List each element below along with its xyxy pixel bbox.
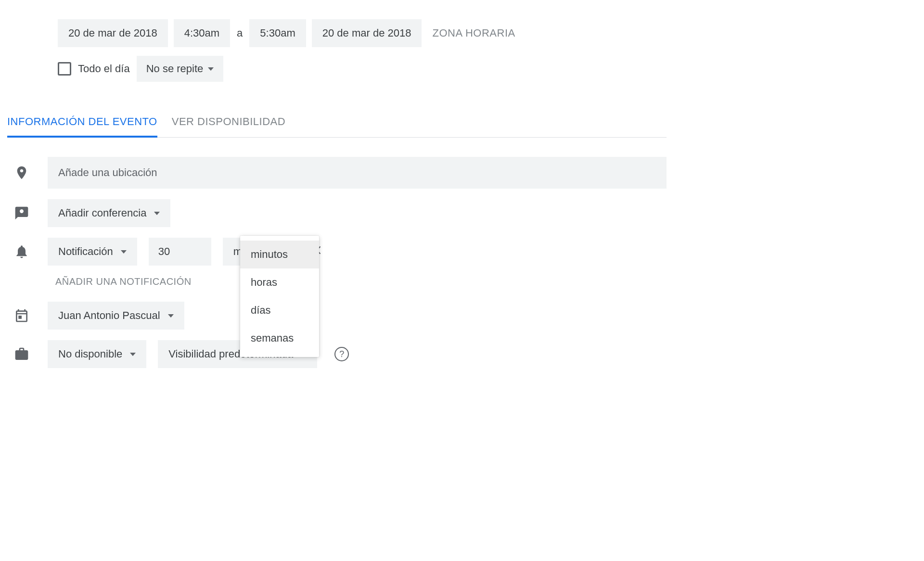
add-conference-dropdown[interactable]: Añadir conferencia [48,199,170,227]
tab-event-info[interactable]: INFORMACIÓN DEL EVENTO [7,115,157,138]
tabs: INFORMACIÓN DEL EVENTO VER DISPONIBILIDA… [7,115,667,138]
unit-option-days[interactable]: días [240,296,319,324]
timezone-link[interactable]: ZONA HORARIA [432,27,515,39]
conference-icon [7,205,36,221]
chevron-down-icon [168,314,174,318]
briefcase-icon [7,346,36,362]
start-date-field[interactable]: 20 de mar de 2018 [58,19,168,47]
to-label: a [236,27,244,39]
unit-option-minutes[interactable]: minutos [240,241,319,268]
chevron-down-icon [154,212,160,215]
all-day-checkbox[interactable]: Todo el día [58,62,130,76]
chevron-down-icon [130,353,136,356]
repeat-label: No se repite [146,63,204,75]
location-input[interactable] [48,157,667,189]
repeat-dropdown[interactable]: No se repite [137,56,224,82]
chevron-down-icon [121,250,127,254]
end-date-field[interactable]: 20 de mar de 2018 [312,19,422,47]
notification-type-dropdown[interactable]: Notificación [48,238,137,266]
start-time-field[interactable]: 4:30am [174,19,230,47]
unit-option-weeks[interactable]: semanas [240,324,319,352]
notification-type-label: Notificación [58,245,113,258]
help-icon[interactable]: ? [334,347,349,361]
tab-availability[interactable]: VER DISPONIBILIDAD [172,115,285,138]
calendar-owner-label: Juan Antonio Pascual [58,309,160,322]
add-notification-link[interactable]: AÑADIR UNA NOTIFICACIÓN [55,276,667,287]
notification-value-input[interactable] [149,238,211,266]
availability-label: No disponible [58,348,122,360]
location-icon [7,165,36,180]
availability-dropdown[interactable]: No disponible [48,340,146,368]
calendar-icon [7,308,36,323]
chevron-down-icon [208,67,214,71]
checkbox-icon [58,62,71,76]
all-day-label: Todo el día [78,63,130,75]
unit-option-hours[interactable]: horas [240,268,319,296]
notification-unit-menu: minutos horas días semanas [240,236,319,357]
end-time-field[interactable]: 5:30am [249,19,306,47]
add-conference-label: Añadir conferencia [58,207,146,219]
bell-icon [7,244,36,259]
calendar-owner-dropdown[interactable]: Juan Antonio Pascual [48,302,184,330]
